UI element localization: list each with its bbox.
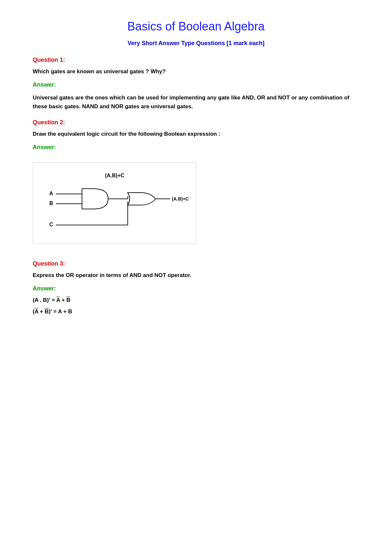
overline-a: A — [56, 297, 60, 303]
output-label: (A.B)+C — [172, 196, 189, 201]
logic-circuit-svg: (A.B)+C A B C — [40, 169, 190, 238]
page-title: Basics of Boolean Algebra — [33, 20, 359, 33]
math-expression-1: (A . B)' = A + B — [33, 297, 359, 304]
answer-3-label: Answer: — [33, 285, 359, 292]
answer-1-text: Universal gates are the ones which can b… — [33, 93, 359, 111]
question-2-block: Question 2: Draw the equivalent logic ci… — [33, 119, 359, 254]
question-1-block: Question 1: Which gates are known as uni… — [33, 57, 359, 111]
logic-circuit-diagram: (A.B)+C A B C — [33, 162, 196, 244]
question-1-text: Which gates are known as universal gates… — [33, 68, 359, 75]
and-gate — [82, 189, 108, 209]
top-label: (A.B)+C — [105, 173, 124, 178]
question-2-text: Draw the equivalent logic circuit for th… — [33, 131, 359, 137]
input-c-label: C — [49, 222, 53, 227]
question-1-label: Question 1: — [33, 57, 359, 63]
overline-b: B — [66, 297, 70, 303]
or-gate — [128, 193, 155, 205]
question-3-block: Question 3: Express the OR operator in t… — [33, 260, 359, 315]
overline-a-2: A — [35, 308, 39, 315]
answer-1-label: Answer: — [33, 81, 359, 88]
question-3-text: Express the OR operator in terms of AND … — [33, 272, 359, 279]
section-header: Very Short Answer Type Questions [1 mark… — [33, 40, 359, 47]
answer-2-label: Answer: — [33, 144, 359, 151]
question-3-label: Question 3: — [33, 260, 359, 267]
question-2-label: Question 2: — [33, 119, 359, 126]
math-expression-2: (A + B)' = A + B — [33, 308, 359, 315]
input-a-label: A — [49, 191, 53, 196]
input-b-label: B — [49, 200, 53, 206]
overline-b-2: B — [45, 308, 49, 315]
